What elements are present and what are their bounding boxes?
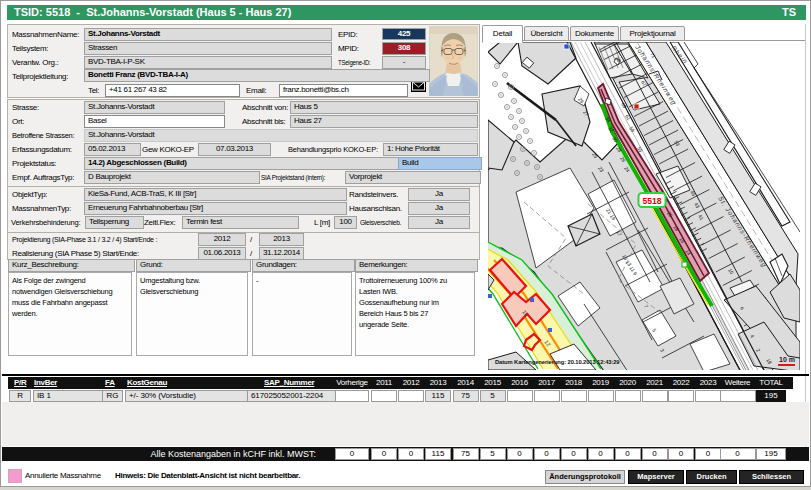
svg-text:5518: 5518 [643,196,662,206]
svg-text:10 m: 10 m [779,356,795,363]
svg-text:Datum Kartengenerierung: 20.10: Datum Kartengenerierung: 20.10.2013 12:4… [495,359,620,365]
